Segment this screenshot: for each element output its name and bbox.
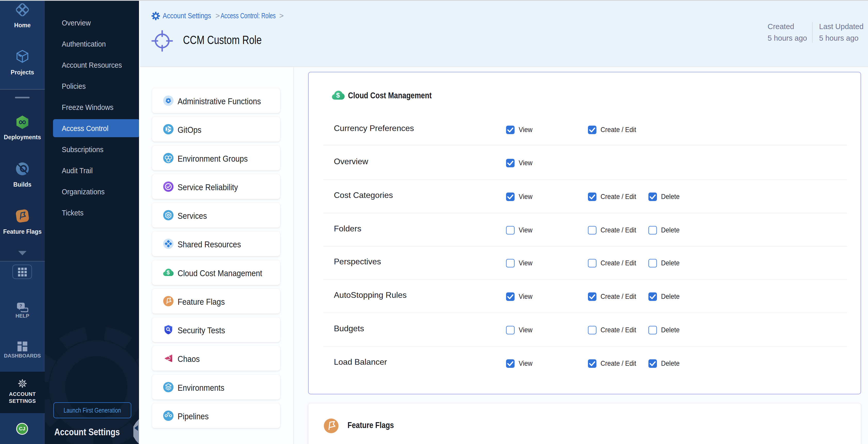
svg-text:?: ? (20, 304, 22, 308)
svg-text:$: $ (336, 91, 340, 99)
svg-text:$: $ (166, 269, 169, 276)
